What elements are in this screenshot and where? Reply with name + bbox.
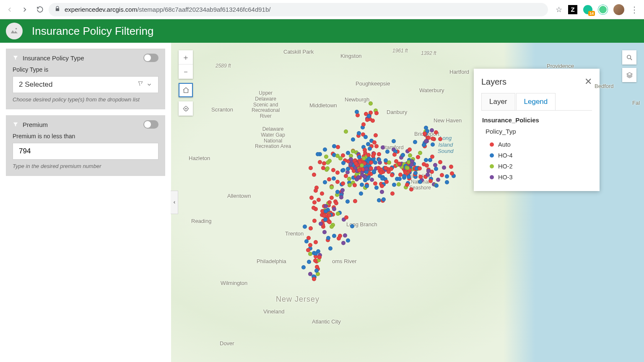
data-point[interactable] <box>384 166 388 170</box>
data-point[interactable] <box>382 197 386 202</box>
data-point[interactable] <box>367 114 371 118</box>
data-point[interactable] <box>374 133 378 137</box>
data-point[interactable] <box>390 191 395 196</box>
data-point[interactable] <box>433 163 437 167</box>
data-point[interactable] <box>377 152 381 156</box>
data-point[interactable] <box>370 178 374 182</box>
locate-button[interactable] <box>179 101 193 116</box>
data-point[interactable] <box>363 148 367 152</box>
data-point[interactable] <box>397 162 401 166</box>
data-point[interactable] <box>337 236 341 240</box>
profile-avatar[interactable] <box>613 4 624 15</box>
data-point[interactable] <box>353 199 357 203</box>
data-point[interactable] <box>373 181 377 186</box>
data-point[interactable] <box>348 183 352 187</box>
data-point[interactable] <box>350 224 354 228</box>
data-point[interactable] <box>380 190 384 194</box>
data-point[interactable] <box>397 182 401 186</box>
data-point[interactable] <box>312 200 317 204</box>
data-point[interactable] <box>312 277 316 281</box>
data-point[interactable] <box>407 175 411 179</box>
data-point[interactable] <box>423 132 427 136</box>
data-point[interactable] <box>341 241 345 245</box>
data-point[interactable] <box>374 186 379 190</box>
data-point[interactable] <box>334 201 338 205</box>
premium-toggle[interactable] <box>143 120 158 129</box>
data-point[interactable] <box>374 144 379 148</box>
data-point[interactable] <box>422 143 426 147</box>
back-button[interactable] <box>3 3 16 16</box>
data-point[interactable] <box>314 189 318 193</box>
data-point[interactable] <box>362 156 366 160</box>
data-point[interactable] <box>416 155 420 159</box>
forward-button[interactable] <box>18 3 31 16</box>
reload-button[interactable] <box>34 3 46 16</box>
data-point[interactable] <box>424 158 428 162</box>
data-point[interactable] <box>335 171 340 175</box>
data-point[interactable] <box>322 214 326 218</box>
ext-circle-icon[interactable] <box>598 5 608 14</box>
data-point[interactable] <box>307 260 311 264</box>
data-point[interactable] <box>418 166 422 171</box>
sidebar-collapse[interactable] <box>171 191 178 214</box>
data-point[interactable] <box>371 154 375 158</box>
data-point[interactable] <box>351 137 355 142</box>
data-point[interactable] <box>335 190 340 194</box>
data-point[interactable] <box>405 183 409 187</box>
data-point[interactable] <box>312 173 316 177</box>
data-point[interactable] <box>309 166 313 170</box>
policy-toggle[interactable] <box>143 54 158 62</box>
data-point[interactable] <box>341 168 345 172</box>
data-point[interactable] <box>369 166 373 171</box>
data-point[interactable] <box>428 179 433 183</box>
data-point[interactable] <box>332 176 336 181</box>
layers-button[interactable] <box>622 68 636 82</box>
data-point[interactable] <box>424 139 428 143</box>
data-point[interactable] <box>367 157 371 161</box>
data-point[interactable] <box>313 259 317 263</box>
data-point[interactable] <box>364 167 369 171</box>
data-point[interactable] <box>338 156 343 160</box>
data-point[interactable] <box>397 177 402 181</box>
data-point[interactable] <box>312 206 316 210</box>
premium-input[interactable] <box>13 143 158 160</box>
data-point[interactable] <box>442 165 446 170</box>
map-canvas[interactable]: ＋ － Layers ✕ <box>171 43 644 362</box>
data-point[interactable] <box>331 168 335 172</box>
close-icon[interactable]: ✕ <box>584 76 592 87</box>
data-point[interactable] <box>346 151 350 155</box>
data-point[interactable] <box>392 183 396 187</box>
data-point[interactable] <box>320 191 324 196</box>
data-point[interactable] <box>426 173 430 177</box>
data-point[interactable] <box>324 204 328 208</box>
home-button[interactable] <box>179 83 193 97</box>
data-point[interactable] <box>324 155 328 159</box>
data-point[interactable] <box>335 180 340 184</box>
ext-z-icon[interactable]: Z <box>568 5 577 14</box>
data-point[interactable] <box>440 173 444 177</box>
data-point[interactable] <box>434 184 439 188</box>
data-point[interactable] <box>418 151 422 155</box>
data-point[interactable] <box>403 171 408 175</box>
data-point[interactable] <box>389 167 393 171</box>
data-point[interactable] <box>346 167 350 171</box>
data-point[interactable] <box>346 238 350 243</box>
data-point[interactable] <box>327 220 332 224</box>
search-button[interactable] <box>622 50 636 65</box>
data-point[interactable] <box>436 178 440 182</box>
tab-layer[interactable]: Layer <box>481 93 515 110</box>
data-point[interactable] <box>309 196 314 200</box>
data-point[interactable] <box>377 158 381 162</box>
data-point[interactable] <box>328 246 332 251</box>
data-point[interactable] <box>426 169 431 173</box>
tab-legend[interactable]: Legend <box>516 93 556 110</box>
data-point[interactable] <box>351 149 355 153</box>
data-point[interactable] <box>377 166 381 170</box>
data-point[interactable] <box>332 207 336 211</box>
star-icon[interactable]: ☆ <box>556 5 562 14</box>
data-point[interactable] <box>445 174 449 178</box>
data-point[interactable] <box>445 180 449 184</box>
data-point[interactable] <box>314 240 318 244</box>
data-point[interactable] <box>364 135 368 139</box>
data-point[interactable] <box>353 183 357 187</box>
